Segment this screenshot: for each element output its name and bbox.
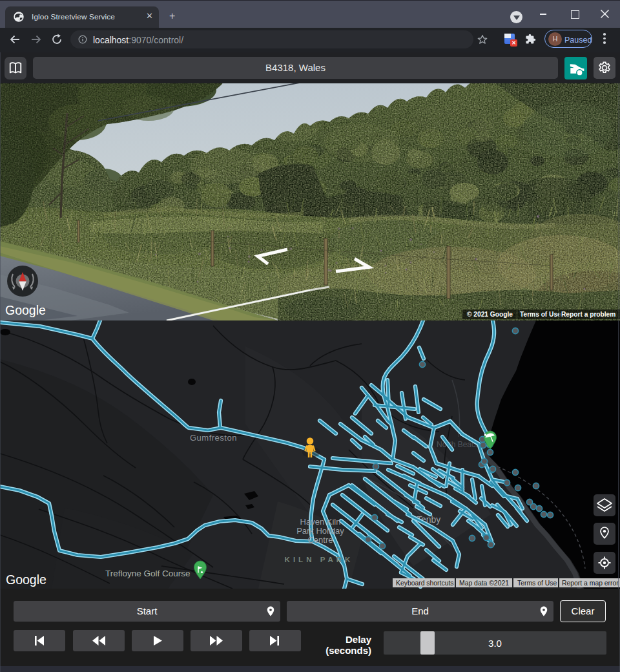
svg-text:Terms of Use: Terms of Use [520,311,561,318]
svg-text:Park Holiday: Park Holiday [296,526,344,536]
svg-text:Google: Google [5,303,46,317]
svg-text:© 2021 Google: © 2021 Google [467,311,513,318]
svg-text:Google: Google [6,572,46,587]
svg-text:Map data ©2021: Map data ©2021 [459,580,509,587]
svg-text:Keyboard shortcuts: Keyboard shortcuts [396,580,454,587]
svg-text:Report a map error: Report a map error [562,580,619,587]
svg-text:Haven Kiln: Haven Kiln [300,517,341,527]
svg-text:Terms of Use: Terms of Use [517,580,557,587]
svg-text:Centre: Centre [307,535,333,545]
svg-text:Gumfreston: Gumfreston [190,433,237,443]
svg-text:KILN PARK: KILN PARK [285,556,354,563]
svg-text:Trefloyne Golf Course: Trefloyne Golf Course [105,569,191,578]
svg-text:Report a problem: Report a problem [561,311,615,318]
